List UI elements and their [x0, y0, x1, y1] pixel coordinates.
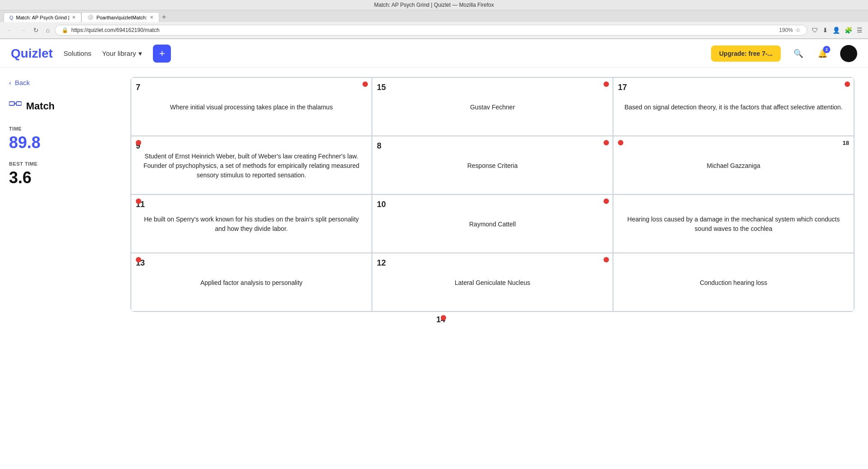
- browser-toolbar-icons: 🛡 ⬇ 👤 🧩 ☰: [811, 26, 864, 35]
- back-label: Back: [15, 79, 30, 86]
- browser-addressbar: ← → ↻ ⌂ 🔒 https://quizlet.com/694162190/…: [0, 22, 868, 39]
- card-dot-12: [604, 257, 609, 262]
- new-tab-btn[interactable]: +: [159, 13, 169, 21]
- shield-icon-btn[interactable]: 🛡: [811, 26, 819, 35]
- card-12[interactable]: 12 Lateral Geniculate Nucleus: [372, 253, 613, 311]
- best-time-stat: BEST TIME 3.6: [9, 161, 108, 187]
- match-section: Match: [9, 100, 108, 113]
- card-dot-10: [604, 198, 609, 204]
- best-time-label: BEST TIME: [9, 161, 108, 167]
- back-nav-btn[interactable]: ←: [4, 26, 14, 35]
- card-content-hearing-loss: Hearing loss caused by a damage in the m…: [622, 215, 846, 234]
- chevron-left-icon: ‹: [9, 79, 11, 86]
- search-icon: 🔍: [793, 49, 803, 58]
- create-btn[interactable]: +: [153, 45, 171, 63]
- card-13[interactable]: 13 Applied factor analysis to personalit…: [131, 253, 372, 311]
- game-area: 7 Where initial visual processing takes …: [117, 68, 868, 469]
- best-time-value: 3.6: [9, 168, 108, 187]
- forward-nav-btn[interactable]: →: [18, 26, 28, 35]
- time-label: TIME: [9, 126, 108, 131]
- card-7[interactable]: 7 Where initial visual processing takes …: [131, 77, 372, 136]
- card-content-conduction: Conduction hearing loss: [700, 278, 767, 288]
- notifications-btn[interactable]: 🔔 2: [816, 47, 829, 60]
- match-icon: [9, 100, 22, 113]
- chevron-down-icon: ▾: [139, 50, 142, 58]
- app-header: Quizlet Solutions Your library ▾ + Upgra…: [0, 39, 868, 68]
- match-grid: 7 Where initial visual processing takes …: [130, 77, 855, 312]
- card-dot-7: [362, 81, 368, 87]
- tab-close-btn[interactable]: ✕: [72, 15, 76, 20]
- card-17[interactable]: 17 Based on signal detection theory, it …: [613, 77, 854, 136]
- card-11[interactable]: 11 He built on Sperry's work known for h…: [131, 194, 372, 253]
- card-dot-9: [136, 140, 141, 145]
- card-9[interactable]: 9 Student of Ernst Heinrich Weber, built…: [131, 136, 372, 194]
- time-value: 89.8: [9, 133, 108, 152]
- card-dot-11: [136, 198, 141, 204]
- browser-tab-inactive[interactable]: ⚪ Poarthan/quizletMatch: ✕: [81, 12, 159, 22]
- card-number-7: 7: [136, 81, 140, 93]
- card-dot-13: [136, 257, 141, 262]
- upgrade-btn[interactable]: Upgrade: free 7-...: [711, 45, 781, 62]
- card-dot-17: [845, 81, 850, 87]
- card-hearing-loss[interactable]: Hearing loss caused by a damage in the m…: [613, 194, 854, 253]
- card-16-18[interactable]: 18 Michael Gazzaniga: [613, 136, 854, 194]
- card-content-17: Based on signal detection theory, it is …: [624, 103, 842, 112]
- sidebar: ‹ Back Match TIME 89.8 BEST TIME 3.6: [0, 68, 117, 469]
- svg-rect-1: [16, 102, 22, 105]
- tab-label: Match: AP Psych Grind |: [16, 15, 70, 20]
- card-content-8: Response Criteria: [467, 161, 518, 171]
- zoom-level: 190%: [779, 27, 793, 33]
- tab-label-2: Poarthan/quizletMatch:: [96, 15, 147, 20]
- card-content-7: Where initial visual processing takes pl…: [170, 103, 333, 112]
- home-btn[interactable]: ⌂: [44, 26, 51, 35]
- url-text: https://quizlet.com/694162190/match: [71, 27, 776, 33]
- your-library-btn[interactable]: Your library ▾: [102, 50, 142, 58]
- solutions-nav[interactable]: Solutions: [63, 50, 91, 57]
- back-btn[interactable]: ‹ Back: [9, 79, 30, 86]
- card-number-12: 12: [377, 257, 386, 269]
- reload-btn[interactable]: ↻: [31, 26, 40, 35]
- card-dot-8: [604, 140, 609, 145]
- avatar[interactable]: [840, 45, 857, 62]
- card-content-13: Applied factor analysis to personality: [200, 278, 302, 288]
- card-number-18: 18: [843, 139, 849, 148]
- window-title: Match: AP Psych Grind | Quizlet — Mozill…: [374, 2, 494, 8]
- search-btn[interactable]: 🔍: [792, 47, 805, 60]
- address-bar[interactable]: 🔒 https://quizlet.com/694162190/match 19…: [55, 25, 807, 36]
- card-number-8: 8: [377, 140, 381, 152]
- notification-badge: 2: [823, 46, 830, 53]
- svg-rect-0: [9, 102, 14, 105]
- tab-close-btn-2[interactable]: ✕: [150, 15, 153, 20]
- browser-chrome: Match: AP Psych Grind | Quizlet — Mozill…: [0, 0, 868, 39]
- browser-tabs: Q Match: AP Psych Grind | ✕ ⚪ Poarthan/q…: [0, 10, 868, 22]
- time-stat: TIME 89.8: [9, 126, 108, 152]
- card-14-bottom: 14: [130, 311, 855, 325]
- your-library-label: Your library: [102, 50, 136, 57]
- card-content-12: Lateral Geniculate Nucleus: [455, 278, 530, 288]
- card-content-9: Student of Ernst Heinrich Weber, built o…: [139, 152, 363, 180]
- card-8[interactable]: 8 Response Criteria: [372, 136, 613, 194]
- match-title: Match: [26, 100, 55, 112]
- card-content-10: Raymond Cattell: [469, 220, 516, 229]
- card-number-15: 15: [377, 81, 386, 93]
- extension-btn[interactable]: 🧩: [844, 26, 853, 35]
- download-btn[interactable]: ⬇: [822, 26, 829, 35]
- card-dot-16: [618, 140, 623, 145]
- card-15[interactable]: 15 Gustav Fechner: [372, 77, 613, 136]
- main-layout: ‹ Back Match TIME 89.8 BEST TIME 3.6: [0, 68, 868, 469]
- card-conduction[interactable]: Conduction hearing loss: [613, 253, 854, 311]
- browser-tab-active[interactable]: Q Match: AP Psych Grind | ✕: [4, 13, 81, 22]
- card-content-18: Michael Gazzaniga: [707, 161, 760, 171]
- quizlet-logo[interactable]: Quizlet: [11, 46, 53, 61]
- browser-title-bar: Match: AP Psych Grind | Quizlet — Mozill…: [0, 0, 868, 10]
- card-number-17: 17: [618, 81, 627, 93]
- card-number-10: 10: [377, 198, 386, 210]
- menu-btn[interactable]: ☰: [856, 26, 864, 35]
- account-btn[interactable]: 👤: [832, 26, 841, 35]
- card-dot-14: [441, 315, 446, 320]
- card-content-11: He built on Sperry's work known for his …: [139, 215, 363, 234]
- card-dot-15: [604, 81, 609, 87]
- card-10[interactable]: 10 Raymond Cattell: [372, 194, 613, 253]
- card-content-15: Gustav Fechner: [470, 103, 515, 112]
